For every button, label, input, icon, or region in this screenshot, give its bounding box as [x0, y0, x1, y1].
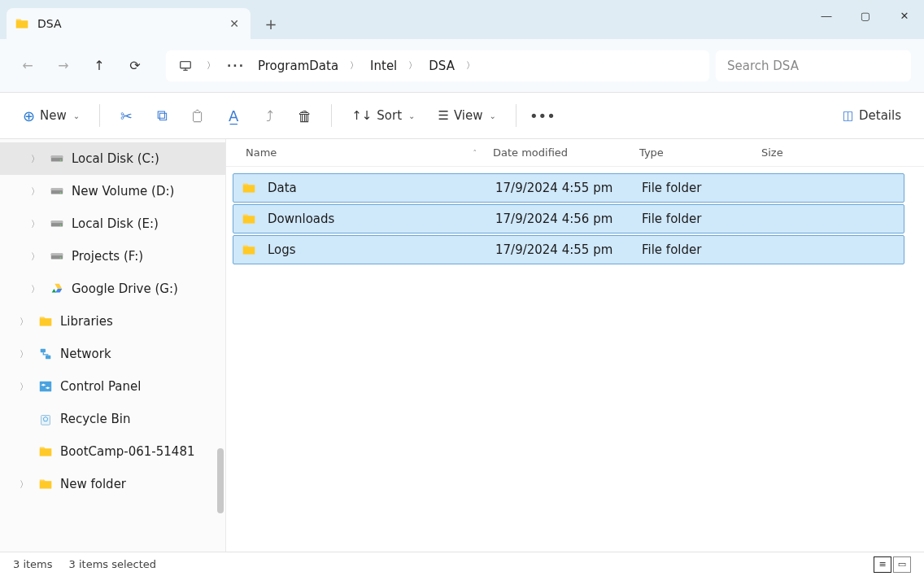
up-button[interactable]: ↑	[85, 51, 114, 81]
nav-item-label: Network	[60, 347, 111, 361]
nav-item[interactable]: 〉Local Disk (C:)	[0, 142, 225, 175]
nav-item[interactable]: 〉Network	[0, 338, 225, 370]
scrollbar-thumb[interactable]	[217, 448, 224, 513]
file-type: File folder	[642, 242, 764, 257]
address-bar: ← → ↑ ⟳ 〉 ··· ProgramData 〉 Intel 〉 DSA …	[0, 39, 924, 92]
sort-button[interactable]: ↑↓ Sort ⌄	[343, 101, 423, 130]
file-date: 17/9/2024 4:55 pm	[495, 181, 642, 195]
chevron-right-icon[interactable]: 〉	[346, 59, 362, 72]
column-date[interactable]: Date modified	[493, 146, 639, 159]
chevron-right-icon: 〉	[31, 185, 42, 198]
file-date: 17/9/2024 4:56 pm	[495, 212, 642, 226]
column-name[interactable]: Name ˄	[246, 146, 493, 159]
delete-button[interactable]: 🗑︎	[290, 107, 320, 124]
list-icon: ☰	[438, 108, 448, 123]
details-pane-icon: ◫	[843, 108, 854, 123]
column-size[interactable]: Size	[761, 146, 924, 159]
column-type[interactable]: Type	[639, 146, 761, 159]
chevron-down-icon: ⌄	[73, 111, 80, 120]
details-pane-button[interactable]: ◫ Details	[835, 101, 909, 130]
details-button-label: Details	[859, 108, 901, 123]
item-count: 3 items	[13, 558, 53, 570]
breadcrumb-overflow[interactable]: ···	[222, 59, 250, 72]
pc-icon	[171, 59, 200, 73]
command-bar: ⊕ New ⌄ ✂ ⧉ 📋︎ A̲ ⤴ 🗑︎ ↑↓ Sort ⌄ ☰ View …	[0, 92, 924, 139]
chevron-right-icon: 〉	[31, 153, 42, 165]
separator	[516, 104, 516, 127]
file-name: Data	[268, 181, 495, 195]
new-tab-button[interactable]: +	[257, 10, 285, 37]
folder-icon	[15, 16, 29, 31]
nav-item-label: Local Disk (E:)	[72, 216, 159, 231]
view-button[interactable]: ☰ View ⌄	[429, 101, 503, 130]
chevron-right-icon: 〉	[20, 316, 31, 328]
share-button[interactable]: ⤴	[255, 107, 284, 124]
folder-icon	[37, 444, 54, 459]
more-button[interactable]: •••	[528, 107, 557, 124]
back-button[interactable]: ←	[13, 51, 42, 81]
nav-item-label: Google Drive (G:)	[72, 281, 178, 296]
recycle-icon	[37, 412, 54, 426]
maximize-button[interactable]: ▢	[846, 0, 885, 31]
breadcrumb-item[interactable]: DSA	[424, 55, 460, 76]
chevron-right-icon: 〉	[20, 348, 31, 360]
selection-count: 3 items selected	[69, 558, 157, 570]
disk-icon	[49, 151, 65, 166]
search-input[interactable]: Search DSA	[716, 50, 911, 81]
breadcrumb-bar[interactable]: 〉 ··· ProgramData 〉 Intel 〉 DSA 〉	[166, 50, 709, 81]
chevron-right-icon[interactable]: 〉	[203, 59, 219, 72]
column-name-label: Name	[246, 146, 277, 159]
sort-asc-icon: ˄	[473, 149, 477, 157]
close-tab-icon[interactable]: ✕	[226, 17, 242, 30]
minimize-button[interactable]: ―	[807, 0, 846, 31]
cut-button[interactable]: ✂	[111, 107, 141, 124]
nav-item[interactable]: Recycle Bin	[0, 403, 225, 435]
file-row[interactable]: Logs17/9/2024 4:55 pmFile folder	[233, 235, 904, 264]
nav-item-label: Libraries	[60, 314, 113, 329]
details-view-button[interactable]: ≡	[874, 556, 891, 573]
nav-item-label: Recycle Bin	[60, 412, 130, 426]
file-list[interactable]: Data17/9/2024 4:55 pmFile folderDownload…	[226, 167, 924, 552]
chevron-right-icon: 〉	[20, 381, 31, 393]
copy-button[interactable]: ⧉	[147, 107, 177, 124]
close-window-button[interactable]: ✕	[885, 0, 924, 31]
paste-button[interactable]: 📋︎	[183, 107, 212, 124]
chevron-right-icon: 〉	[31, 283, 42, 295]
breadcrumb-item[interactable]: ProgramData	[253, 55, 343, 76]
nav-item[interactable]: 〉Libraries	[0, 305, 225, 338]
nav-item[interactable]: 〉Local Disk (E:)	[0, 207, 225, 240]
navigation-pane[interactable]: 〉Local Disk (C:)〉New Volume (D:)〉Local D…	[0, 139, 226, 552]
nav-item[interactable]: BootCamp-061-51481	[0, 435, 225, 468]
chevron-right-icon[interactable]: 〉	[463, 59, 478, 72]
control-icon	[37, 379, 54, 394]
separator	[99, 104, 100, 127]
refresh-button[interactable]: ⟳	[120, 51, 150, 81]
sort-button-label: Sort	[377, 108, 402, 123]
file-name: Downloads	[268, 212, 495, 226]
disk-icon	[49, 184, 65, 199]
new-button-label: New	[40, 108, 67, 123]
thumbnails-view-button[interactable]: ▭	[893, 556, 911, 573]
network-icon	[37, 347, 54, 361]
nav-item[interactable]: 〉Google Drive (G:)	[0, 273, 225, 305]
forward-button[interactable]: →	[49, 51, 78, 81]
chevron-right-icon[interactable]: 〉	[405, 59, 421, 72]
nav-item[interactable]: 〉New folder	[0, 468, 225, 500]
rename-button[interactable]: A̲	[219, 107, 248, 124]
window-tab[interactable]: DSA ✕	[7, 8, 251, 39]
nav-item[interactable]: 〉Control Panel	[0, 370, 225, 403]
nav-item[interactable]: 〉New Volume (D:)	[0, 175, 225, 207]
new-button[interactable]: ⊕ New ⌄	[15, 101, 88, 130]
nav-item-label: New Volume (D:)	[72, 184, 174, 199]
chevron-right-icon: 〉	[20, 478, 31, 491]
sort-icon: ↑↓	[351, 108, 372, 123]
disk-icon	[49, 249, 65, 264]
file-row[interactable]: Data17/9/2024 4:55 pmFile folder	[233, 173, 904, 203]
file-type: File folder	[642, 181, 764, 195]
file-row[interactable]: Downloads17/9/2024 4:56 pmFile folder	[233, 204, 904, 233]
breadcrumb-item[interactable]: Intel	[365, 55, 402, 76]
status-bar: 3 items 3 items selected ≡ ▭	[0, 552, 924, 576]
chevron-down-icon: ⌄	[408, 111, 415, 120]
nav-item[interactable]: 〉Projects (F:)	[0, 240, 225, 273]
content-pane: Name ˄ Date modified Type Size Data17/9/…	[226, 139, 924, 552]
